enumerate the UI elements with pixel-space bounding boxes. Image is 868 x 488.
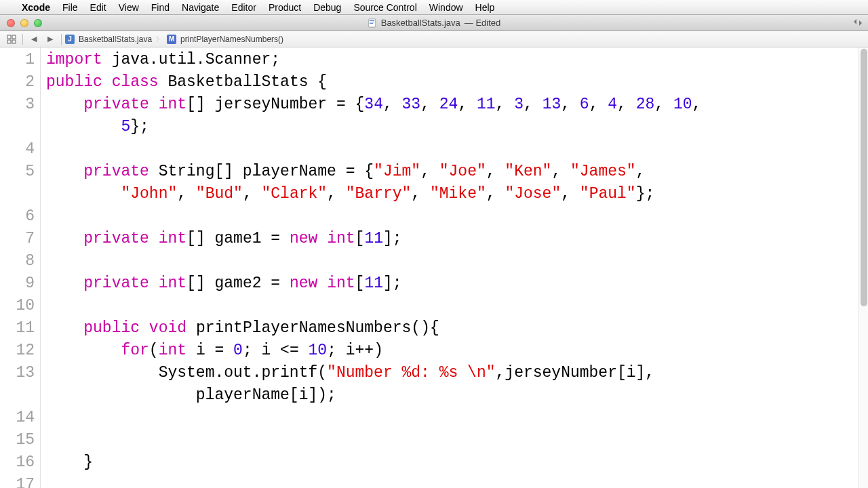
fullscreen-button[interactable] [852, 17, 864, 28]
separator [61, 34, 62, 45]
scrollbar-thumb[interactable] [861, 49, 867, 306]
related-items-button[interactable] [4, 33, 19, 46]
jump-bar: ◀ ▶ J BasketballStats.java 〉 M printPlay… [0, 31, 868, 47]
menu-product[interactable]: Product [269, 2, 301, 13]
svg-rect-7 [12, 40, 16, 43]
vertical-scrollbar[interactable] [859, 47, 868, 488]
svg-rect-3 [370, 23, 373, 24]
svg-rect-5 [12, 35, 16, 39]
close-button[interactable] [7, 19, 15, 27]
svg-rect-1 [370, 20, 374, 21]
menu-file[interactable]: File [62, 2, 78, 13]
minimize-button[interactable] [20, 19, 28, 27]
method-icon: M [167, 35, 176, 44]
svg-rect-4 [7, 35, 11, 39]
svg-rect-6 [7, 40, 11, 43]
nav-forward-button[interactable]: ▶ [43, 33, 58, 46]
menu-navigate[interactable]: Navigate [182, 2, 219, 13]
menu-help[interactable]: Help [475, 2, 495, 13]
menu-window[interactable]: Window [429, 2, 463, 13]
separator [22, 34, 23, 45]
titlebar-title: BasketballStats.java — Edited [368, 18, 501, 28]
code-editor[interactable]: 123 45 678910111213 14151617 import java… [0, 47, 859, 488]
window-controls [0, 19, 42, 27]
menu-source-control[interactable]: Source Control [353, 2, 416, 13]
svg-rect-2 [370, 22, 374, 22]
breadcrumb: J BasketballStats.java 〉 M printPlayerNa… [65, 35, 283, 44]
java-file-icon: J [65, 35, 75, 44]
file-icon [368, 18, 377, 28]
code-area[interactable]: import java.util.Scanner; public class B… [41, 47, 859, 488]
menu-app[interactable]: Xcode [22, 2, 50, 13]
zoom-button[interactable] [34, 19, 42, 27]
breadcrumb-file[interactable]: BasketballStats.java [79, 35, 152, 44]
title-filename: BasketballStats.java [381, 18, 460, 28]
menubar: Xcode File Edit View Find Navigate Edito… [0, 0, 868, 15]
menu-find[interactable]: Find [151, 2, 170, 13]
menu-editor[interactable]: Editor [231, 2, 256, 13]
line-gutter: 123 45 678910111213 14151617 [0, 47, 41, 488]
menu-edit[interactable]: Edit [90, 2, 106, 13]
chevron-right-icon: 〉 [156, 35, 163, 44]
breadcrumb-symbol[interactable]: printPlayerNamesNumbers() [180, 35, 283, 44]
menu-debug[interactable]: Debug [313, 2, 341, 13]
window-titlebar: BasketballStats.java — Edited [0, 15, 868, 31]
menu-view[interactable]: View [119, 2, 139, 13]
nav-back-button[interactable]: ◀ [26, 33, 41, 46]
title-status: — Edited [465, 18, 500, 28]
